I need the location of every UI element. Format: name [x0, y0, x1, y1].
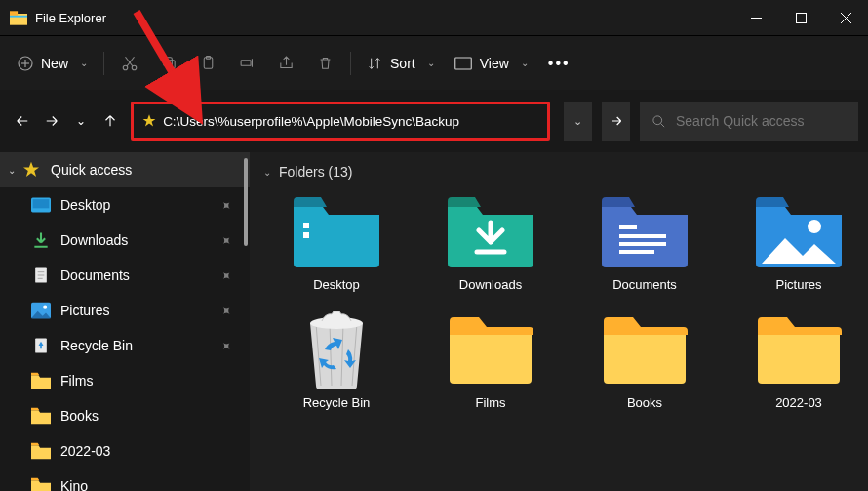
documents-folder-icon: [602, 197, 688, 267]
sidebar-item-2022-03[interactable]: 2022-03: [0, 433, 250, 469]
folder-desktop[interactable]: Desktop: [263, 191, 410, 298]
arrow-left-icon: [14, 112, 31, 130]
star-icon: [21, 160, 41, 180]
plus-circle-icon: [18, 56, 33, 71]
go-button[interactable]: [602, 102, 630, 141]
sidebar-item-desktop[interactable]: Desktop ✦: [0, 187, 250, 223]
sidebar-item-pictures[interactable]: Pictures ✦: [0, 293, 250, 328]
folder-icon: [602, 315, 688, 386]
folder-label: Films: [475, 395, 505, 410]
new-button-label: New: [41, 56, 68, 71]
download-icon: [31, 230, 51, 250]
pin-icon: ✦: [217, 302, 235, 319]
search-input[interactable]: [676, 113, 847, 129]
recycle-bin-icon: [294, 315, 379, 386]
view-button[interactable]: View ⌄: [447, 46, 536, 81]
chevron-down-icon: ⌄: [76, 114, 86, 128]
sidebar-item-kino[interactable]: Kino: [0, 469, 250, 491]
pin-icon: ✦: [217, 266, 235, 284]
folder-recycle-bin[interactable]: Recycle Bin: [263, 309, 410, 416]
sidebar-item-recycle-bin[interactable]: Recycle Bin ✦: [0, 328, 250, 363]
more-icon: •••: [548, 55, 571, 72]
folder-icon: [756, 315, 842, 386]
folder-pictures[interactable]: Pictures: [726, 191, 868, 298]
pictures-icon: [31, 301, 51, 320]
sidebar-header-label: Quick access: [51, 162, 132, 178]
view-button-label: View: [480, 56, 509, 71]
sidebar-item-downloads[interactable]: Downloads ✦: [0, 223, 250, 258]
svg-rect-38: [619, 242, 666, 246]
svg-point-40: [808, 220, 821, 233]
pin-icon: ✦: [217, 231, 235, 249]
svg-rect-36: [619, 225, 637, 229]
folder-documents[interactable]: Documents: [572, 191, 718, 298]
folder-2022-03[interactable]: 2022-03: [726, 309, 868, 416]
delete-button[interactable]: [307, 46, 342, 81]
svg-rect-39: [619, 250, 654, 254]
close-button[interactable]: [823, 0, 868, 35]
sidebar-item-label: Kino: [60, 478, 88, 491]
downloads-folder-icon: [448, 197, 533, 267]
svg-rect-4: [10, 15, 27, 17]
svg-line-14: [127, 57, 135, 66]
copy-button[interactable]: [151, 46, 186, 81]
sidebar-quick-access[interactable]: ⌄ Quick access: [0, 152, 250, 187]
scrollbar-thumb[interactable]: [244, 158, 248, 246]
folder-icon: [31, 476, 51, 491]
sidebar-item-films[interactable]: Films: [0, 363, 250, 398]
address-history-button[interactable]: ⌄: [564, 102, 592, 141]
new-button[interactable]: New ⌄: [10, 46, 96, 81]
sidebar-item-label: Downloads: [60, 232, 128, 248]
chevron-down-icon: ⌄: [573, 115, 582, 128]
document-icon: [31, 266, 51, 285]
minimize-button[interactable]: [733, 0, 778, 35]
sidebar: ⌄ Quick access Desktop ✦ Downloads ✦ Doc…: [0, 152, 250, 491]
folder-films[interactable]: Films: [417, 309, 564, 416]
more-button[interactable]: •••: [540, 46, 578, 81]
folders-section-header[interactable]: ⌄ Folders (13): [263, 164, 868, 180]
toolbar-separator: [350, 52, 351, 75]
file-explorer-icon: [10, 11, 27, 25]
forward-button[interactable]: [39, 103, 64, 139]
address-bar[interactable]: C:\Users\%userprofile%\Apple\MobileSync\…: [131, 102, 550, 141]
titlebar: File Explorer: [0, 0, 868, 35]
sidebar-item-label: Pictures: [60, 303, 110, 318]
sidebar-item-documents[interactable]: Documents ✦: [0, 258, 250, 293]
search-icon: [651, 114, 666, 129]
svg-rect-37: [619, 234, 666, 238]
folder-icon: [448, 315, 533, 386]
cut-button[interactable]: [112, 46, 147, 81]
folder-downloads[interactable]: Downloads: [417, 191, 564, 298]
window-title: File Explorer: [35, 11, 106, 25]
sort-button[interactable]: Sort ⌄: [359, 46, 443, 81]
folder-label: Downloads: [459, 277, 522, 292]
sidebar-item-books[interactable]: Books: [0, 398, 250, 433]
copy-icon: [161, 55, 178, 71]
folder-label: Documents: [612, 277, 677, 292]
pin-icon: ✦: [217, 337, 235, 354]
folder-books[interactable]: Books: [572, 309, 718, 416]
history-dropdown-button[interactable]: ⌄: [68, 103, 94, 139]
sidebar-item-label: 2022-03: [60, 443, 110, 459]
up-button[interactable]: [98, 103, 123, 139]
recycle-bin-icon: [31, 336, 51, 355]
rename-button[interactable]: [229, 46, 264, 81]
folder-icon: [31, 406, 51, 426]
toolbar: New ⌄ Sort ⌄ View ⌄ •••: [0, 35, 868, 90]
svg-rect-6: [796, 13, 806, 22]
folder-icon: [31, 371, 51, 390]
svg-point-32: [43, 306, 47, 309]
search-box[interactable]: [640, 102, 858, 141]
share-button[interactable]: [268, 46, 303, 81]
sidebar-item-label: Films: [60, 373, 93, 389]
paste-button[interactable]: [190, 46, 225, 81]
navbar: ⌄ C:\Users\%userprofile%\Apple\MobileSyn…: [0, 90, 868, 152]
svg-point-23: [653, 115, 662, 124]
svg-rect-17: [163, 58, 172, 66]
pin-icon: ✦: [217, 196, 235, 214]
arrow-right-icon: [43, 112, 60, 130]
svg-rect-16: [166, 61, 175, 68]
back-button[interactable]: [10, 103, 35, 139]
maximize-button[interactable]: [778, 0, 823, 35]
sort-button-label: Sort: [390, 56, 415, 71]
